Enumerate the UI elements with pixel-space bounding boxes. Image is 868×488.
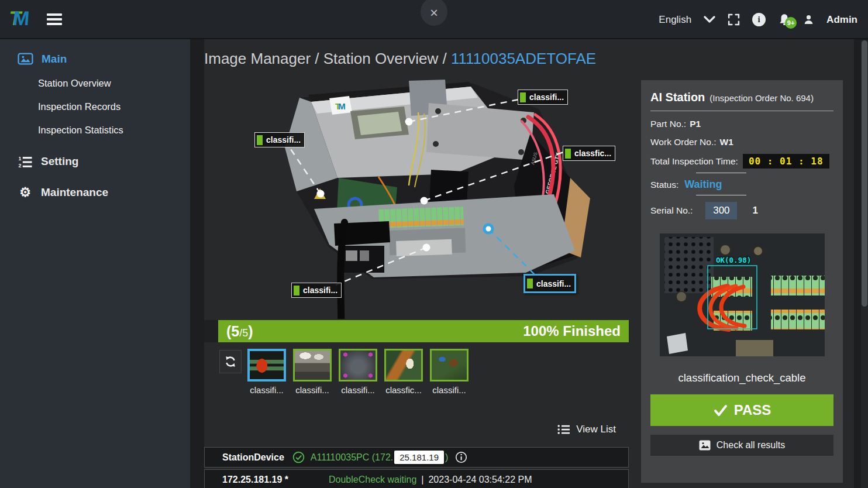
sidebar-item-label: Setting bbox=[41, 155, 78, 168]
annotation-label-selected[interactable]: classifi... bbox=[523, 274, 576, 293]
detection-result-label: OK(0.98) bbox=[716, 256, 751, 264]
ordered-list-icon: 1 2 bbox=[18, 156, 33, 168]
device-timestamp: 2023-04-24 03:54:22 PM bbox=[428, 475, 532, 485]
image-icon bbox=[18, 52, 33, 66]
chassis-sticker: TM bbox=[335, 101, 346, 111]
serial-count: 1 bbox=[752, 205, 757, 216]
breadcrumb: Image Manager / Station Overview / 11110… bbox=[204, 50, 596, 68]
sidebar-item-inspection-records[interactable]: Inspection Records bbox=[0, 101, 190, 112]
work-order-row: Work Order No.:W1 bbox=[650, 137, 833, 147]
view-list-button[interactable]: View List bbox=[557, 424, 629, 435]
sidebar-item-station-overview[interactable]: Station Overview bbox=[0, 78, 190, 89]
pass-button[interactable]: PASS bbox=[650, 394, 833, 426]
device-ip: 172.25.181.19 * bbox=[222, 475, 329, 485]
list-icon bbox=[557, 424, 570, 435]
part-no-value: P1 bbox=[690, 119, 701, 129]
divider bbox=[696, 195, 746, 195]
progress-finished-label: 100% Finished bbox=[523, 323, 621, 339]
svg-text:2: 2 bbox=[18, 162, 21, 167]
thumbnail-image bbox=[430, 349, 469, 382]
logo-letter-m: M bbox=[12, 7, 30, 29]
annotation-label[interactable]: classfic... bbox=[563, 146, 615, 161]
score-bar bbox=[257, 135, 263, 145]
gear-icon: ⚙ bbox=[18, 186, 33, 199]
page-scrollbar bbox=[861, 40, 868, 488]
language-selector[interactable]: English bbox=[659, 14, 691, 26]
serial-row: Serial No.: 300 1 bbox=[650, 202, 833, 219]
thumbnail-item[interactable]: classifi... bbox=[339, 349, 377, 395]
inspection-time-value: 00 : 01 : 18 bbox=[743, 154, 829, 169]
work-order-value: W1 bbox=[720, 137, 733, 147]
menu-toggle-icon[interactable] bbox=[47, 13, 62, 28]
inspection-detail-image: OK(0.98) bbox=[660, 233, 825, 356]
svg-text:1: 1 bbox=[18, 156, 21, 161]
sidebar: Main Station Overview Inspection Records… bbox=[0, 39, 190, 488]
thumbnail-item[interactable]: classifi... bbox=[247, 349, 286, 395]
table-row: 172.25.181.19 * DoubleCheck waiting | 20… bbox=[204, 469, 629, 488]
inspection-item-name: classification_check_cable bbox=[650, 372, 833, 384]
progress-count: (5/5) bbox=[226, 323, 253, 340]
topbar: TM × English i 9+ Admin bbox=[0, 0, 868, 39]
panel-subtitle: (Inspection Order No. 694) bbox=[709, 93, 814, 103]
score-bar bbox=[565, 149, 571, 159]
sidebar-item-label: Maintenance bbox=[41, 186, 108, 199]
divider bbox=[650, 111, 833, 111]
annotation-label[interactable]: classifi... bbox=[291, 283, 342, 298]
thumbnail-strip: classifi... classifi... classifi... clas… bbox=[204, 349, 476, 395]
sidebar-item-label: Main bbox=[42, 53, 67, 66]
scrollbar-thumb[interactable] bbox=[862, 40, 867, 307]
fullscreen-icon[interactable] bbox=[728, 13, 740, 26]
breadcrumb-path: Image Manager / Station Overview / bbox=[204, 50, 451, 67]
thumbnail-item[interactable]: classifi... bbox=[293, 349, 332, 395]
viewlist-row: View List bbox=[204, 419, 629, 440]
image-icon bbox=[699, 440, 711, 451]
app-logo[interactable]: TM bbox=[9, 7, 29, 29]
score-bar bbox=[527, 279, 533, 288]
check-circle-icon bbox=[292, 451, 305, 463]
annotation-label[interactable]: classifi... bbox=[254, 132, 305, 147]
station-photo: TM GEFORCE GTX ASUS bbox=[203, 77, 628, 319]
score-bar bbox=[294, 286, 299, 295]
station-device-table: StationDevice A11110035PC (172. 25.181.1… bbox=[204, 447, 629, 488]
sidebar-item-main[interactable]: Main bbox=[0, 52, 190, 66]
breadcrumb-current[interactable]: 11110035ADETOFAE bbox=[451, 50, 596, 67]
user-name[interactable]: Admin bbox=[826, 14, 857, 26]
progress-fill: (5/5) 100% Finished bbox=[218, 320, 629, 342]
device-address: A11110035PC (172. bbox=[311, 452, 393, 463]
device-status: DoubleCheck waiting bbox=[329, 475, 416, 485]
ip-selection-tooltip[interactable]: 25.181.19 bbox=[394, 451, 444, 464]
thumbnail-image bbox=[384, 349, 423, 382]
notifications-bell-icon[interactable]: 9+ bbox=[778, 13, 791, 26]
score-bar bbox=[520, 92, 526, 102]
serial-input[interactable]: 300 bbox=[705, 202, 737, 219]
annotation-label[interactable]: classifi... bbox=[518, 90, 568, 105]
notification-badge: 9+ bbox=[785, 17, 797, 29]
thumbnail-image bbox=[293, 349, 332, 382]
sidebar-item-maintenance[interactable]: ⚙ Maintenance bbox=[0, 186, 190, 199]
inspection-time-row: Total Inspection Time: 00 : 01 : 18 bbox=[650, 154, 833, 169]
chevron-down-icon[interactable] bbox=[704, 16, 715, 23]
user-avatar-icon[interactable] bbox=[803, 14, 814, 25]
sidebar-item-setting[interactable]: 1 2 Setting bbox=[0, 155, 190, 168]
thumbnail-image bbox=[339, 349, 377, 382]
panel-title: AI Station bbox=[650, 91, 705, 104]
refresh-icon bbox=[224, 355, 237, 368]
thumbnail-item[interactable]: classfic... bbox=[384, 349, 423, 395]
refresh-button[interactable] bbox=[219, 350, 242, 373]
table-row: StationDevice A11110035PC (172. 25.181.1… bbox=[204, 447, 629, 468]
sidebar-item-inspection-statistics[interactable]: Inspection Statistics bbox=[0, 125, 190, 136]
part-no-row: Part No.:P1 bbox=[650, 119, 833, 129]
status-row: Status: Waiting bbox=[650, 178, 833, 191]
info-outline-icon[interactable] bbox=[455, 451, 467, 463]
ai-station-panel: AI Station(Inspection Order No. 694) Par… bbox=[641, 80, 843, 483]
station-device-label: StationDevice bbox=[222, 452, 284, 463]
divider bbox=[696, 173, 746, 173]
thumbnail-item[interactable]: classifi... bbox=[430, 349, 469, 395]
thumbnail-image bbox=[247, 349, 286, 382]
close-button[interactable]: × bbox=[421, 0, 447, 26]
inspection-progress-bar: (5/5) 100% Finished bbox=[204, 320, 629, 342]
info-icon[interactable]: i bbox=[752, 13, 766, 26]
topbar-actions: English i 9+ Admin bbox=[659, 0, 857, 39]
check-icon bbox=[713, 403, 728, 418]
check-all-results-button[interactable]: Check all results bbox=[650, 435, 833, 456]
